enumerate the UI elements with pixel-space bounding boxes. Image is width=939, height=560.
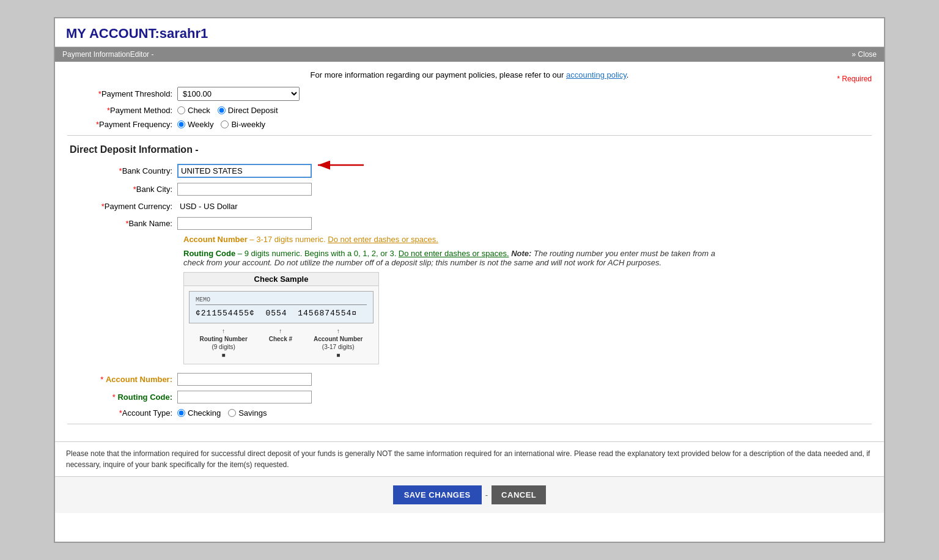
method-check-text: Check — [188, 106, 210, 115]
method-check-radio[interactable] — [177, 106, 185, 114]
routing-code-field-label: * Routing Code: — [67, 392, 177, 402]
payment-method-row: *Payment Method: Check Direct Deposit — [67, 106, 872, 115]
routing-number-text: Routing Number — [199, 335, 247, 343]
footer-buttons: SAVE CHANGES - CANCEL — [55, 476, 884, 513]
routing-code-input[interactable] — [177, 391, 312, 403]
payment-method-label: *Payment Method: — [67, 106, 177, 115]
routing-code-info-box: Routing Code – 9 digits numeric. Begins … — [183, 249, 734, 267]
account-number-field-row: * Account Number: — [67, 373, 872, 386]
method-direct-text: Direct Deposit — [228, 106, 278, 115]
accounting-policy-link[interactable]: accounting policy — [566, 70, 627, 79]
page-header: MY ACCOUNT:sarahr1 — [55, 18, 884, 47]
frequency-biweekly-text: Bi-weekly — [231, 120, 265, 129]
account-number-info-text: Account Number – 3-17 digits numeric. Do… — [183, 235, 438, 244]
method-direct-label[interactable]: Direct Deposit — [218, 106, 278, 115]
panel-body: For more information regarding our payme… — [55, 62, 884, 441]
bank-city-row: *Bank City: — [67, 183, 872, 196]
bank-country-input[interactable] — [177, 164, 312, 178]
check-sample-inner: MEMO ¢211554455¢ 0554 1456874554¤ — [189, 291, 374, 323]
account-digits-text: (3-17 digits) — [314, 343, 363, 351]
bank-city-label: *Bank City: — [67, 185, 177, 194]
method-direct-radio[interactable] — [218, 106, 226, 114]
bank-country-arrow-container — [177, 164, 312, 178]
account-number-input[interactable] — [177, 373, 312, 386]
bank-name-input[interactable] — [177, 217, 312, 230]
routing-code-info-text: Routing Code – 9 digits numeric. Begins … — [183, 249, 511, 258]
check-number-label: ↑ Check # — [269, 327, 292, 343]
check-labels-row: ↑ Routing Number (9 digits) ■ ↑ Check # … — [189, 327, 374, 359]
section-divider — [67, 135, 872, 136]
bank-country-label: *Bank Country: — [67, 166, 177, 175]
title-prefix: MY ACCOUNT: — [66, 26, 160, 41]
red-arrow-icon — [312, 158, 367, 182]
account-savings-label[interactable]: Savings — [228, 408, 267, 418]
payment-frequency-label: *Payment Frequency: — [67, 120, 177, 129]
check-numbers: ¢211554455¢ 0554 1456874554¤ — [196, 309, 367, 318]
check-number-arrow-up: ↑ — [269, 327, 292, 335]
button-separator: - — [485, 490, 488, 499]
bottom-note-text: Please note that the information require… — [66, 448, 873, 470]
routing-number-label: ↑ Routing Number (9 digits) ■ — [199, 327, 247, 359]
payment-currency-value: USD - US Dollar — [177, 201, 240, 212]
panel-header-label: Payment InformationEditor - — [62, 50, 153, 59]
check-sample-title: Check Sample — [183, 272, 379, 286]
threshold-label: *Payment Threshold: — [67, 89, 177, 98]
account-type-row: *Account Type: Checking Savings — [67, 408, 872, 418]
bottom-note: Please note that the information require… — [55, 441, 884, 476]
payment-frequency-row: *Payment Frequency: Weekly Bi-weekly — [67, 120, 872, 129]
method-check-label[interactable]: Check — [177, 106, 210, 115]
check-sample-box: MEMO ¢211554455¢ 0554 1456874554¤ ↑ Rout… — [183, 286, 379, 364]
account-savings-text: Savings — [238, 408, 267, 418]
account-type-label: *Account Type: — [67, 408, 177, 418]
payment-currency-row: *Payment Currency: USD - US Dollar — [67, 201, 872, 212]
panel-header: Payment InformationEditor - » Close — [55, 47, 884, 62]
payment-frequency-group: Weekly Bi-weekly — [177, 120, 265, 129]
account-savings-radio[interactable] — [228, 409, 236, 417]
direct-deposit-title: Direct Deposit Information - — [67, 144, 872, 155]
bottom-divider — [67, 424, 872, 424]
routing-arrow-up: ↑ — [199, 327, 247, 335]
routing-digits-text: (9 digits) — [199, 343, 247, 351]
bank-name-label: *Bank Name: — [67, 219, 177, 228]
account-number-check-label: ↑ Account Number (3-17 digits) ■ — [314, 327, 363, 359]
routing-symbol: ■ — [199, 351, 247, 359]
account-checking-label[interactable]: Checking — [177, 408, 221, 418]
frequency-weekly-radio[interactable] — [177, 120, 185, 128]
account-type-group: Checking Savings — [177, 408, 267, 418]
info-text-after: . — [627, 70, 629, 79]
check-number-text: Check # — [269, 335, 292, 343]
page-title: MY ACCOUNT:sarahr1 — [66, 26, 208, 41]
account-number-field-label: * Account Number: — [67, 375, 177, 384]
frequency-weekly-label[interactable]: Weekly — [177, 120, 213, 129]
frequency-biweekly-radio[interactable] — [221, 120, 229, 128]
info-text-before: For more information regarding our payme… — [311, 70, 566, 79]
payment-method-group: Check Direct Deposit — [177, 106, 278, 115]
check-sample-container: Check Sample MEMO ¢211554455¢ 0554 14568… — [183, 272, 379, 364]
check-memo-line: MEMO — [196, 297, 367, 305]
cancel-button[interactable]: CANCEL — [492, 485, 546, 504]
account-symbol: ■ — [314, 351, 363, 359]
account-number-arrow-up: ↑ — [314, 327, 363, 335]
bank-country-row: *Bank Country: — [67, 164, 872, 178]
account-number-check-text: Account Number — [314, 335, 363, 343]
frequency-biweekly-label[interactable]: Bi-weekly — [221, 120, 265, 129]
payment-currency-label: *Payment Currency: — [67, 202, 177, 211]
main-frame: MY ACCOUNT:sarahr1 Payment InformationEd… — [54, 17, 885, 543]
threshold-select[interactable]: $100.00 $50.00 $200.00 $500.00 — [177, 87, 300, 101]
bank-city-input[interactable] — [177, 183, 312, 196]
bank-name-row: *Bank Name: — [67, 217, 872, 230]
save-changes-button[interactable]: SAVE CHANGES — [393, 485, 482, 504]
account-number-info-box: Account Number – 3-17 digits numeric. Do… — [183, 235, 734, 244]
account-checking-radio[interactable] — [177, 409, 185, 417]
threshold-row: *Payment Threshold: $100.00 $50.00 $200.… — [67, 87, 872, 101]
routing-code-field-row: * Routing Code: — [67, 391, 872, 403]
username: sarahr1 — [160, 26, 208, 41]
panel-close-button[interactable]: » Close — [852, 50, 877, 59]
frequency-weekly-text: Weekly — [188, 120, 213, 129]
account-checking-text: Checking — [188, 408, 221, 418]
